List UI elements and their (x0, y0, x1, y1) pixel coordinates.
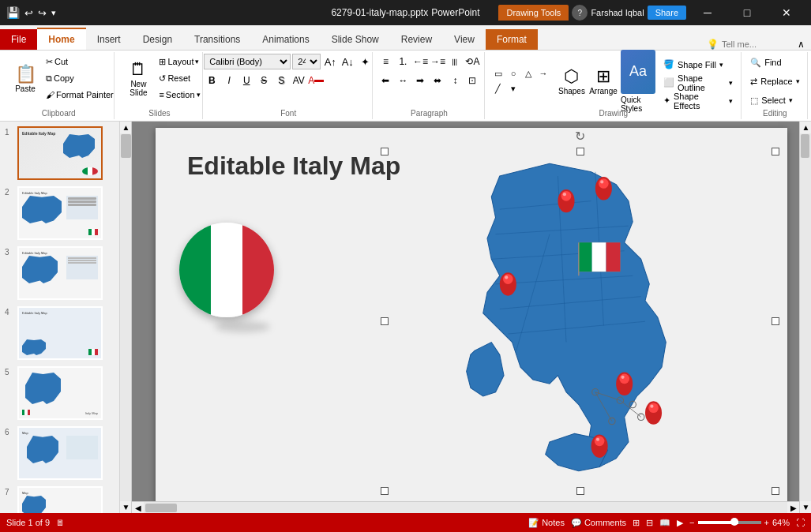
handle-br[interactable] (772, 487, 779, 495)
tab-review[interactable]: Review (390, 28, 443, 50)
tab-animations[interactable]: Animations (251, 28, 320, 50)
numbering-button[interactable]: 1. (395, 54, 411, 69)
shape-fill-button[interactable]: 🪣 Shape Fill ▾ (659, 56, 738, 73)
shape-effects-button[interactable]: ✦ Shape Effects ▾ (659, 92, 738, 110)
tab-design[interactable]: Design (132, 28, 183, 50)
slide-canvas-area[interactable]: Editable Italy Map ↻ (132, 122, 811, 513)
tell-me-input[interactable] (722, 39, 785, 49)
canvas-scroll-left[interactable]: ◀ (132, 502, 144, 514)
help-icon[interactable]: ? (572, 5, 588, 21)
shape-more[interactable]: ▾ (506, 81, 520, 96)
slide-panel-scrollbar[interactable]: ▲ ▼ (120, 122, 132, 513)
decrease-font-button[interactable]: A↓ (340, 54, 355, 69)
slide-thumb-5[interactable]: 5 Italy Map (3, 365, 116, 421)
comments-button[interactable]: 💬 Comments (571, 518, 626, 528)
replace-button[interactable]: ⇄ Replace ▾ (745, 73, 804, 90)
shape-oval[interactable]: ○ (506, 66, 520, 81)
tab-format[interactable]: Format (486, 29, 538, 50)
close-button[interactable]: ✕ (768, 0, 805, 25)
slide-thumb-7[interactable]: 7 Map (3, 485, 116, 513)
view-reading-button[interactable]: 📖 (659, 518, 670, 528)
zoom-control[interactable]: − + 64% (689, 518, 790, 527)
copy-button[interactable]: ⧉ Copy (43, 70, 117, 86)
align-right-button[interactable]: ➡ (412, 73, 428, 88)
save-icon[interactable]: 💾 (6, 6, 20, 19)
line-spacing-button[interactable]: ↕ (447, 73, 463, 88)
view-slideshow-button[interactable]: ▶ (677, 518, 683, 528)
italy-map-svg[interactable] (408, 159, 724, 475)
cut-button[interactable]: ✂ Cut (43, 54, 117, 69)
canvas-scrollbar-h[interactable]: ◀ ▶ (132, 501, 799, 513)
justify-button[interactable]: ⬌ (430, 73, 445, 88)
slide-thumb-6[interactable]: 6 Map (3, 425, 116, 481)
char-spacing-button[interactable]: AV (291, 73, 306, 88)
new-slide-button[interactable]: 🗒 New Slide (121, 54, 156, 103)
font-color-button[interactable]: A (308, 73, 324, 88)
arrange-button[interactable]: ⊞ Arrange (589, 57, 618, 106)
underline-button[interactable]: U (238, 73, 254, 88)
redo-icon[interactable]: ↪ (38, 7, 47, 19)
maximize-button[interactable]: □ (729, 0, 765, 25)
zoom-out-button[interactable]: − (689, 518, 694, 527)
font-selector[interactable]: Calibri (Body) (204, 54, 291, 69)
share-button[interactable]: Share (648, 6, 686, 20)
map-area[interactable]: ↻ (385, 152, 775, 491)
canvas-scroll-down[interactable]: ▼ (800, 501, 811, 513)
drawing-tools-label[interactable]: Drawing Tools (498, 5, 569, 21)
smart-art-button[interactable]: ⊡ (464, 73, 480, 88)
columns-button[interactable]: ⫼ (447, 54, 463, 69)
shape-line[interactable]: ╱ (491, 81, 505, 96)
increase-font-button[interactable]: A↑ (322, 54, 338, 69)
tab-insert[interactable]: Insert (86, 28, 132, 50)
shape-triangle[interactable]: △ (521, 66, 535, 81)
slide-thumb-4[interactable]: 4 Editable Italy Map (3, 305, 116, 362)
bullets-button[interactable]: ≡ (377, 54, 393, 69)
layout-button[interactable]: ⊞ Layout ▾ (156, 54, 203, 69)
handle-tr[interactable] (772, 148, 779, 155)
reset-button[interactable]: ↺ Reset (156, 70, 203, 86)
clear-format-button[interactable]: ✦ (357, 54, 373, 69)
ribbon-collapse-icon[interactable]: ∧ (791, 39, 811, 50)
italy-flag-ball[interactable] (179, 223, 274, 317)
minimize-button[interactable]: ─ (689, 0, 726, 25)
align-left-button[interactable]: ⬅ (377, 73, 393, 88)
font-size-selector[interactable]: 24 (292, 54, 321, 69)
slide-thumb-2[interactable]: 2 Editable Italy Map (3, 185, 116, 242)
shapes-button[interactable]: ⬡ Shapes (558, 57, 586, 106)
tab-file[interactable]: File (0, 29, 37, 50)
decrease-indent-button[interactable]: ←≡ (412, 54, 428, 69)
handle-bl[interactable] (381, 487, 389, 495)
increase-indent-button[interactable]: →≡ (430, 54, 445, 69)
slide-thumb-1[interactable]: 1 Editable Italy Map (3, 125, 116, 182)
scroll-down-arrow[interactable]: ▼ (120, 501, 132, 513)
rotate-handle[interactable]: ↻ (573, 128, 588, 144)
zoom-in-button[interactable]: + (764, 518, 769, 527)
canvas-scroll-right[interactable]: ▶ (787, 502, 799, 514)
tab-slideshow[interactable]: Slide Show (321, 28, 390, 50)
shape-outline-button[interactable]: ⬜ Shape Outline ▾ (659, 74, 738, 92)
slide-thumb-3[interactable]: 3 Editable Italy Map (3, 245, 116, 302)
view-slide-sorter-button[interactable]: ⊟ (646, 518, 653, 528)
tab-home[interactable]: Home (37, 28, 85, 50)
view-normal-button[interactable]: ⊞ (633, 518, 640, 528)
handle-ml[interactable] (381, 317, 389, 325)
shape-rect[interactable]: ▭ (491, 66, 505, 81)
align-center-button[interactable]: ↔ (395, 73, 411, 88)
handle-tm[interactable] (576, 148, 584, 155)
shape-arrow[interactable]: → (536, 66, 550, 81)
fit-window-button[interactable]: ⛶ (796, 518, 805, 527)
format-painter-button[interactable]: 🖌 Format Painter (43, 87, 117, 103)
canvas-scroll-up[interactable]: ▲ (800, 122, 811, 133)
spell-check-icon[interactable]: 🗏 (56, 518, 65, 527)
handle-tl[interactable] (381, 148, 389, 155)
handle-bm[interactable] (576, 487, 584, 495)
handle-mr[interactable] (772, 317, 779, 325)
undo-icon[interactable]: ↩ (24, 7, 33, 19)
shadow-button[interactable]: S (273, 73, 289, 88)
quick-styles-button[interactable]: Aa (621, 50, 655, 94)
tab-view[interactable]: View (443, 28, 486, 50)
select-button[interactable]: ⬚ Select ▾ (745, 92, 804, 109)
strikethrough-button[interactable]: S (256, 73, 272, 88)
notes-button[interactable]: 📝 Notes (528, 518, 565, 528)
zoom-slider[interactable] (698, 521, 761, 524)
